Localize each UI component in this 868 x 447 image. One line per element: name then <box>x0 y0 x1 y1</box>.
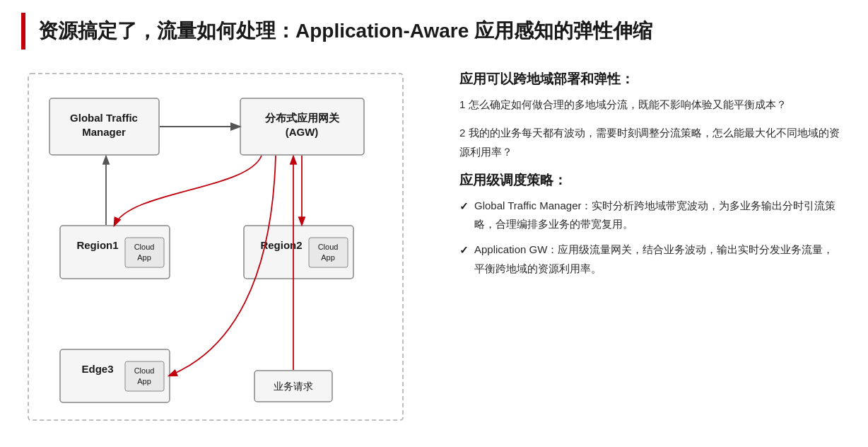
check-icon-2: ✓ <box>459 241 469 260</box>
svg-text:App: App <box>321 253 335 262</box>
svg-text:Cloud: Cloud <box>134 366 155 375</box>
page-title: 资源搞定了，流量如何处理：Application-Aware 应用感知的弹性伸缩 <box>38 18 652 44</box>
title-bar: 资源搞定了，流量如何处理：Application-Aware 应用感知的弹性伸缩 <box>0 0 868 59</box>
bullet-item-1: ✓ Global Traffic Manager：实时分析跨地域带宽波动，为多业… <box>459 197 840 234</box>
diagram-area: Global Traffic Manager 分布式应用网关 (AGW) Reg… <box>21 66 431 440</box>
svg-text:Region1: Region1 <box>76 239 118 251</box>
bullet-text-1: Global Traffic Manager：实时分析跨地域带宽波动，为多业务输… <box>474 197 840 234</box>
svg-text:Edge3: Edge3 <box>81 363 113 375</box>
paragraph-1: 1 怎么确定如何做合理的多地域分流，既能不影响体验又能平衡成本？ <box>459 95 840 114</box>
bullet-item-2: ✓ Application GW：应用级流量网关，结合业务波动，输出实时分发业务… <box>459 240 840 278</box>
title-accent <box>21 13 25 50</box>
bullet-text-2: Application GW：应用级流量网关，结合业务波动，输出实时分发业务流量… <box>474 240 840 278</box>
text-area: 应用可以跨地域部署和弹性： 1 怎么确定如何做合理的多地域分流，既能不影响体验又… <box>452 66 847 440</box>
svg-text:分布式应用网关: 分布式应用网关 <box>264 112 340 124</box>
svg-text:Global Traffic: Global Traffic <box>70 112 138 124</box>
right-title-1: 应用可以跨地域部署和弹性： <box>459 70 840 88</box>
svg-text:Manager: Manager <box>82 126 126 138</box>
svg-text:(AGW): (AGW) <box>286 126 319 138</box>
check-icon-1: ✓ <box>459 197 469 216</box>
main-content: Global Traffic Manager 分布式应用网关 (AGW) Reg… <box>0 59 868 447</box>
svg-text:App: App <box>137 377 151 385</box>
page-container: 资源搞定了，流量如何处理：Application-Aware 应用感知的弹性伸缩 <box>0 0 868 447</box>
diagram-svg: Global Traffic Manager 分布式应用网关 (AGW) Reg… <box>21 66 417 434</box>
svg-text:Region2: Region2 <box>260 239 302 251</box>
svg-text:业务请求: 业务请求 <box>274 381 313 392</box>
svg-text:Cloud: Cloud <box>318 243 339 251</box>
svg-text:Cloud: Cloud <box>134 243 155 251</box>
paragraph-2: 2 我的的业务每天都有波动，需要时刻调整分流策略，怎么能最大化不同地域的资源利用… <box>459 124 840 161</box>
right-title-2: 应用级调度策略： <box>459 171 840 190</box>
svg-text:App: App <box>137 253 151 262</box>
